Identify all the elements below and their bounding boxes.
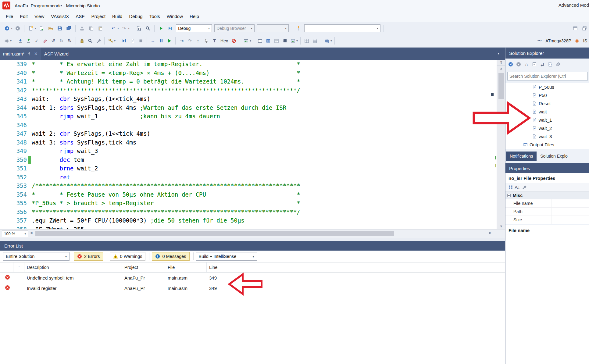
- collapse-all-button[interactable]: [530, 60, 538, 68]
- solution-explorer-search-input[interactable]: [507, 72, 588, 80]
- code-line-340[interactable]: 340* * Wartezeit = <temp-Reg> × 4ms + (0…: [0, 69, 497, 77]
- menu-edit[interactable]: Edit: [16, 11, 31, 22]
- home-button[interactable]: ⌂: [523, 60, 530, 68]
- window-layout-button[interactable]: [571, 24, 580, 33]
- collapse-expander-icon[interactable]: −: [507, 194, 511, 197]
- chevron-down-icon[interactable]: ▾: [330, 39, 332, 42]
- start-debugging-button[interactable]: [156, 24, 166, 33]
- stop-button[interactable]: [137, 37, 145, 45]
- editor-vertical-scrollbar[interactable]: ⇕ ▲ ▼: [497, 60, 505, 229]
- code-line-350[interactable]: 350 dec tem: [0, 155, 497, 164]
- grid-two-button[interactable]: [311, 37, 319, 45]
- scroll-down-icon[interactable]: ▼: [497, 223, 505, 229]
- pin-icon[interactable]: [27, 52, 31, 56]
- menu-vassistx[interactable]: VAssistX: [48, 11, 72, 22]
- redo-button[interactable]: ↷: [186, 37, 194, 45]
- code-line-352[interactable]: 352 ret: [0, 173, 497, 182]
- column-header-file[interactable]: File: [165, 262, 207, 272]
- tab-asf-wizard[interactable]: ASF Wizard: [41, 48, 72, 60]
- chevron-down-icon[interactable]: ▾: [250, 39, 251, 42]
- code-line-357[interactable]: 357.equ ZWert = 50*F_CPU/(1000000*3) ;di…: [0, 216, 497, 225]
- scroll-right-icon[interactable]: ▶: [489, 231, 491, 235]
- tree-item-output-files[interactable]: Output Files: [505, 141, 589, 149]
- chevron-down-icon[interactable]: ▾: [208, 27, 210, 30]
- nav-forward-button[interactable]: [13, 24, 22, 33]
- chevron-down-icon[interactable]: ▾: [285, 27, 287, 30]
- prog-download-button[interactable]: [16, 37, 24, 45]
- save-button[interactable]: [55, 24, 64, 33]
- panel-splitter[interactable]: [0, 238, 505, 241]
- tree-item-p_50us[interactable]: P_50us: [505, 83, 589, 91]
- key-button[interactable]: [106, 37, 115, 45]
- code-line-358[interactable]: 358.IF ZWert > 255: [0, 225, 497, 230]
- properties-category-row[interactable]: − Misc: [505, 191, 589, 199]
- property-row-path[interactable]: Path: [505, 208, 589, 216]
- properties-title-bar[interactable]: Properties: [505, 163, 589, 174]
- signature-wave-button[interactable]: 〜: [535, 37, 544, 45]
- win-calendar-button[interactable]: [272, 37, 280, 45]
- page-debug-button[interactable]: [128, 37, 137, 45]
- menu-debug[interactable]: Debug: [126, 11, 146, 22]
- chevron-down-icon[interactable]: ▾: [296, 39, 298, 42]
- categorized-button[interactable]: [507, 184, 514, 191]
- menu-view[interactable]: View: [31, 11, 48, 22]
- debug-target-combo[interactable]: Debug▾: [176, 24, 212, 32]
- code-line-354[interactable]: 354* * Feste Pause von 50µs ohne Aktion …: [0, 190, 497, 199]
- chevron-down-icon[interactable]: ▾: [117, 27, 119, 30]
- nav-back-button[interactable]: [2, 24, 12, 33]
- vassist-torch-button[interactable]: [294, 24, 303, 33]
- source-combo[interactable]: Build + IntelliSense ▾: [196, 252, 257, 261]
- start-without-debugging-button[interactable]: [166, 24, 175, 33]
- code-line-353[interactable]: 353/************************************…: [0, 181, 497, 190]
- code-line-348[interactable]: 348wait_3: sbrs SysFlags,tick_4ms: [0, 138, 497, 147]
- code-line-339[interactable]: 339* * Es erwartet eine Zahl im temp-Reg…: [0, 60, 497, 69]
- tab-solution-explorer[interactable]: Solution Explo: [537, 152, 571, 161]
- cut-button[interactable]: [77, 24, 87, 33]
- menu-window[interactable]: Window: [163, 11, 186, 22]
- wrench-button[interactable]: [94, 37, 102, 45]
- save-all-button[interactable]: [64, 24, 73, 33]
- code-line-349[interactable]: 349 rjmp wait_3: [0, 147, 497, 155]
- column-header-description[interactable]: Description: [24, 262, 122, 272]
- menu-help[interactable]: Help: [186, 11, 202, 22]
- chevron-down-icon[interactable]: ▾: [10, 39, 12, 42]
- column-header-line[interactable]: Line: [207, 262, 228, 272]
- property-row-size[interactable]: Size: [505, 216, 589, 224]
- win-image-button[interactable]: [289, 37, 297, 45]
- code-line-347[interactable]: 347wait_2: cbr SysFlags,(1<<tick_4ms): [0, 129, 497, 138]
- code-line-344[interactable]: 344wait_1: sbrs SysFlags,tick_4ms ;Warte…: [0, 103, 497, 112]
- redo-button[interactable]: ↷: [120, 24, 129, 33]
- column-header-project[interactable]: Project: [122, 262, 165, 272]
- debug-browser-combo[interactable]: Debug Browser▾: [214, 24, 255, 32]
- start-debugging-button[interactable]: [165, 37, 173, 45]
- nav-back-button[interactable]: [507, 60, 515, 68]
- find-in-files-button[interactable]: [134, 24, 143, 33]
- error-list-title-bar[interactable]: Error List: [0, 241, 505, 251]
- menu-file[interactable]: File: [2, 11, 16, 22]
- run-to-cursor-button[interactable]: ⇥: [177, 37, 186, 45]
- window-float-button[interactable]: [580, 24, 589, 33]
- platform-combo[interactable]: ▾: [257, 24, 289, 32]
- alphabetical-button[interactable]: A↓: [514, 184, 521, 191]
- code-line-355[interactable]: 355*P_50us * > braucht > temp-Register *: [0, 199, 497, 208]
- splitter-grip-icon[interactable]: ⇕: [497, 60, 505, 66]
- undo-button[interactable]: ↶: [109, 24, 118, 33]
- code-line-341[interactable]: 341* * Achtung! Mit temp = 0 beträgt die…: [0, 77, 497, 86]
- warnings-toggle[interactable]: 0 Warnings: [110, 252, 146, 261]
- redo-history-button[interactable]: ↻: [66, 37, 74, 45]
- vertical-scroll-thumb[interactable]: [498, 73, 504, 99]
- chevron-down-icon[interactable]: ▾: [114, 39, 116, 42]
- code-line-342[interactable]: 342*************************************…: [0, 86, 497, 95]
- pause-button[interactable]: [157, 37, 165, 45]
- cursor-arrow-button[interactable]: [202, 37, 210, 45]
- column-header-blank[interactable]: [0, 262, 13, 272]
- errors-toggle[interactable]: 2 Errors: [74, 252, 103, 261]
- undo-history-button[interactable]: ↺: [49, 37, 57, 45]
- code-line-343[interactable]: 343wait: cbr SysFlags,(1<<tick_4ms): [0, 95, 497, 103]
- device-tool-button[interactable]: [2, 37, 11, 45]
- lock-button[interactable]: [78, 37, 86, 45]
- history-clock-button[interactable]: ↻: [57, 37, 66, 45]
- nav-forward-button[interactable]: [515, 60, 523, 68]
- scroll-up-icon[interactable]: ▲: [497, 65, 505, 71]
- grid-one-button[interactable]: [302, 37, 311, 45]
